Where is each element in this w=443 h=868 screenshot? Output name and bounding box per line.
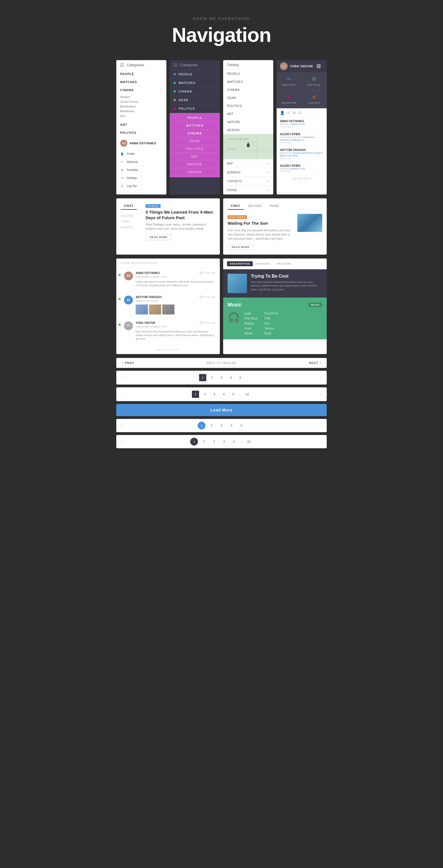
pag-prev-arrow[interactable]: ‹ [122, 375, 123, 380]
pag-num-2[interactable]: 2 [201, 391, 208, 398]
plus-icon[interactable]: + [267, 161, 269, 166]
genre-postpunk[interactable]: Post Punk [264, 312, 278, 315]
desc-tab-reviews[interactable]: REVIEWS [254, 261, 273, 266]
genre-folk[interactable]: Folk [264, 317, 278, 320]
catalog-watches[interactable]: WATCHES [223, 78, 273, 86]
tab-person-icon[interactable]: 👤 [280, 111, 285, 115]
pink-nature[interactable]: NATURE [170, 161, 220, 168]
pink-watches[interactable]: WATCHES [170, 122, 220, 130]
catalog-people[interactable]: PEOPLE [223, 70, 273, 78]
pag-num-22[interactable]: 22 [244, 391, 251, 398]
desc-tab-trailers[interactable]: TRAILERS [274, 261, 294, 266]
pag-num-3[interactable]: 3 [218, 374, 225, 381]
pag-circle-1[interactable]: 1 [198, 422, 205, 429]
pink-art[interactable]: ART [170, 153, 220, 161]
dark-cat-people[interactable]: PEOPLE [170, 70, 220, 79]
add-post-cell[interactable]: ✏ ADD POST [277, 72, 302, 90]
sub-western[interactable]: Western [120, 95, 163, 99]
tab-g-icon[interactable]: G [298, 111, 301, 115]
menu-add-post[interactable]: ✏ Add post [116, 158, 166, 166]
sub-melodrama[interactable]: Melodrama [120, 109, 163, 114]
pag-next-arrow[interactable]: › [321, 423, 322, 428]
catalog-politics[interactable]: POLITICS [223, 102, 273, 110]
menu-favorites[interactable]: ♥ Favorites [116, 166, 166, 174]
pag-next-arrow[interactable]: › [320, 375, 321, 380]
cat-politics[interactable]: POLITICS › [116, 129, 166, 137]
pag-num-4[interactable]: 4 [227, 374, 235, 381]
pag-circle-4[interactable]: 4 [228, 422, 235, 429]
pag-num-5[interactable]: 5 [230, 391, 237, 398]
sub-noir[interactable]: Noir [120, 114, 163, 118]
genre-rock[interactable]: Rock [244, 327, 258, 330]
favorites-cell[interactable]: ♥ FAVORITES [277, 90, 302, 108]
cat-cinema[interactable]: CINEMA ∨ [116, 86, 166, 94]
all-activity-link[interactable]: ALL ACTIVITY [116, 346, 220, 354]
pink-politics[interactable]: POLITICS [170, 145, 220, 153]
tab2-first[interactable]: FIRST [228, 203, 244, 210]
plus-icon[interactable]: + [267, 170, 269, 175]
tab2-third[interactable]: THIRD [266, 203, 283, 210]
tab-first[interactable]: FIRST [121, 203, 137, 210]
pag-circle-4[interactable]: 4 [220, 438, 228, 445]
pag-circle-2[interactable]: 2 [200, 438, 208, 445]
pag-circle-1[interactable]: 1 [190, 438, 198, 445]
dark-cat-watches[interactable]: WATCHES [170, 79, 220, 87]
pink-gear[interactable]: GEAR [170, 137, 220, 145]
tab-gear-icon[interactable]: ⚙ [293, 111, 296, 115]
pag-circle-3[interactable]: 3 [210, 438, 218, 445]
genre-indie[interactable]: Indie [244, 312, 258, 315]
genre-world[interactable]: World [244, 332, 258, 335]
tab2-second[interactable]: SECOND [245, 203, 265, 210]
cat-watches[interactable]: WATCHES › [116, 78, 166, 86]
menu-settings[interactable]: ⚙ Settings [116, 174, 166, 182]
plus-icon[interactable]: + [267, 179, 269, 183]
desc-tab-description[interactable]: DESCRIPTION [227, 261, 253, 266]
sub-blockbusters[interactable]: Blockbusters [120, 104, 163, 109]
genre-surf[interactable]: Surf [264, 322, 278, 325]
pag-prev-arrow[interactable]: ‹ [121, 439, 122, 444]
hamburger-icon-dark[interactable] [174, 63, 177, 67]
read-more-btn2[interactable]: READ MORE [228, 244, 253, 250]
read-more-btn[interactable]: READ MORE [146, 234, 172, 240]
notif-link[interactable]: Dangerous Business Walking Out [280, 136, 315, 141]
genre-techno[interactable]: Techno [264, 327, 278, 330]
genre-rock2[interactable]: Rock [264, 332, 278, 335]
catalog-design[interactable]: DESIGN [223, 126, 273, 134]
pag-prev-arrow[interactable]: ‹ [121, 423, 122, 428]
pink-design[interactable]: DESIGN [170, 168, 220, 176]
pag-num-4[interactable]: 4 [220, 391, 227, 398]
pag-circle-5[interactable]: 5 [230, 438, 238, 445]
catalog-cinema[interactable]: CINEMA [223, 86, 273, 94]
pag-num-5[interactable]: 5 [237, 374, 244, 381]
dark-cat-politics[interactable]: POLITICS [170, 104, 220, 113]
vtab-second[interactable]: SECOND [121, 213, 137, 219]
pag-next-arrow[interactable]: › [320, 392, 321, 397]
settings-cell[interactable]: ⚙ SETTINGS [302, 72, 327, 90]
notif-link[interactable]: Baikal UI Kit [291, 167, 305, 170]
next-button[interactable]: NEXT › [309, 361, 321, 365]
cat-art[interactable]: ART › [116, 121, 166, 129]
vtab-fourth[interactable]: FOURTH [121, 225, 137, 230]
logout-cell[interactable]: ↺ LOG OUT [302, 90, 327, 108]
genre-poprock[interactable]: Pop Rock [244, 317, 258, 320]
plus-icon[interactable]: + [267, 188, 269, 192]
pink-cinema[interactable]: CINEMA [170, 130, 220, 137]
pag-circle-5[interactable]: 5 [238, 422, 245, 429]
tab-refresh-icon[interactable]: ↺ [287, 111, 290, 115]
catalog-nature[interactable]: NATURE [223, 118, 273, 126]
notif-link[interactable]: A Boy Brushed Red Living In Black And Wh… [280, 152, 323, 157]
menu-logout[interactable]: G Log Out [116, 182, 166, 190]
pag-circle-22[interactable]: 22 [245, 438, 253, 445]
hamburger-icon[interactable] [120, 63, 124, 67]
genre-britpop[interactable]: Britpop [244, 322, 258, 325]
notif-link[interactable]: Baikal UI Kit [291, 123, 305, 125]
pag-circle-2[interactable]: 2 [208, 422, 215, 429]
pink-people[interactable]: PEOPLE [170, 114, 220, 122]
pag-prev-arrow[interactable]: ‹ [122, 392, 123, 397]
back-to-catalog-link[interactable]: BACK TO CATALOG [207, 362, 237, 365]
hamburger-icon-profile[interactable] [317, 65, 320, 68]
pag-circle-3[interactable]: 3 [217, 422, 226, 429]
vtab-third[interactable]: THIRD [121, 219, 137, 225]
pag-num-3[interactable]: 3 [211, 391, 218, 398]
load-more-button[interactable]: Load More [116, 404, 327, 416]
